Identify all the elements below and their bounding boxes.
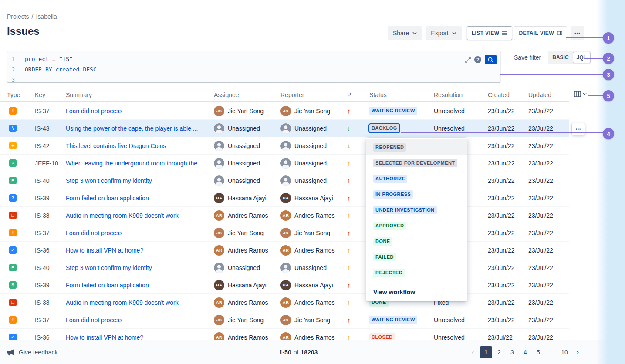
issue-row[interactable]: ✦IS-42This level contains five Dragon Co… [0, 137, 569, 155]
jql-editor[interactable]: 1 2 3 project = “IS” ORDER BY created DE… [7, 51, 501, 83]
issue-key: IS-39 [35, 195, 66, 202]
reporter-name: Jie Yan Song [294, 317, 330, 324]
person-silhouette-icon [280, 141, 291, 151]
issue-row[interactable]: +JEFF-10When leaving the underground roo… [0, 155, 569, 172]
status-lozenge[interactable]: BACKLOG [369, 124, 399, 132]
status-lozenge: SELECTED FOR DEVELOPMENT [373, 159, 457, 167]
issue-summary-link[interactable]: Using the power of the cape, the player … [66, 125, 214, 132]
created-date: 23/Jun/22 [488, 177, 528, 184]
jql-mode-button[interactable]: JQL [573, 52, 590, 63]
status-option[interactable]: REOPENED [366, 139, 467, 155]
issue-summary-link[interactable]: This level contains five Dragon Coins [66, 142, 214, 149]
breadcrumb-project-name[interactable]: Isabella [36, 13, 57, 20]
issue-type-task-icon: ✓ [9, 246, 17, 254]
breadcrumb-projects[interactable]: Projects [7, 13, 29, 20]
column-header-resolution[interactable]: Resolution [434, 91, 488, 98]
issue-summary-link[interactable]: Loan did not process [66, 108, 214, 115]
basic-mode-button[interactable]: BASIC [549, 52, 572, 63]
column-header-summary[interactable]: Summary [66, 91, 214, 98]
issue-row[interactable]: ⚑IS-40Step 3 won’t confirm my identityUn… [0, 172, 569, 189]
issue-row[interactable]: ✓IS-36How to install VPN at home?ARAndre… [0, 242, 569, 259]
status-option[interactable]: REJECTED [366, 265, 467, 280]
page-button[interactable]: 3 [506, 346, 518, 358]
issue-row[interactable]: ⚑IS-40Step 3 won’t confirm my identityUn… [0, 259, 569, 276]
issue-summary-link[interactable]: Step 3 won’t confirm my identity [66, 177, 214, 184]
issue-summary-link[interactable]: Audio in meeting room K909 doesn't work [66, 299, 214, 306]
column-header-assignee[interactable]: Assignee [214, 91, 280, 98]
issue-row[interactable]: □IS-38Audio in meeting room K909 doesn't… [0, 207, 569, 224]
page-button[interactable]: 2 [493, 346, 505, 358]
column-header-created[interactable]: Created [488, 91, 528, 98]
row-more-button[interactable]: ••• [572, 123, 585, 135]
view-workflow-button[interactable]: View workflow [366, 283, 467, 301]
issue-row[interactable]: !IS-37Loan did not processJSJie Yan Song… [0, 102, 569, 120]
page-button[interactable]: 1 [480, 346, 492, 358]
updated-date: 23/Jul/22 [528, 334, 569, 340]
column-header-updated[interactable]: Updated [528, 91, 569, 98]
page-button[interactable]: 4 [519, 346, 531, 358]
issue-key: IS-36 [35, 247, 66, 254]
export-button[interactable]: Export [426, 26, 461, 40]
column-header-type[interactable]: Type [7, 91, 35, 98]
status-option[interactable]: APPROVED [366, 218, 467, 233]
column-header-reporter[interactable]: Reporter [280, 91, 347, 98]
issue-summary-link[interactable]: Loan did not process [66, 317, 214, 324]
help-icon[interactable]: ? [474, 56, 481, 63]
status-option[interactable]: UNDER INVESTIGSTION [366, 202, 467, 218]
page-button[interactable]: 5 [532, 346, 544, 358]
column-header-status[interactable]: Status [369, 91, 434, 98]
expand-icon[interactable] [465, 57, 471, 63]
issue-summary-link[interactable]: When leaving the underground room throug… [66, 160, 214, 167]
status-option[interactable]: IN PROGRESS [366, 186, 467, 202]
reporter-name: Jie Yan Song [294, 229, 330, 236]
status-option[interactable]: FAILED [366, 249, 467, 265]
jql-line-number: 2 [12, 64, 20, 75]
issue-row[interactable]: □IS-38Audio in meeting room K909 doesn't… [0, 294, 569, 311]
save-filter-button[interactable]: Save filter [514, 54, 541, 61]
issue-summary-link[interactable]: Form failed on loan application [66, 195, 214, 202]
issue-key: IS-42 [35, 142, 66, 149]
next-page-button[interactable]: › [571, 346, 584, 358]
column-header-p[interactable]: P [347, 91, 369, 98]
issue-summary-link[interactable]: How to install VPN at home? [66, 247, 214, 254]
person-silhouette-icon [214, 263, 224, 273]
status-lozenge[interactable]: CLOSED [369, 333, 395, 340]
issue-key: IS-43 [35, 125, 66, 132]
issue-summary-link[interactable]: Audio in meeting room K909 doesn't work [66, 212, 214, 219]
issue-row[interactable]: !IS-37Loan did not processJSJie Yan Song… [0, 224, 569, 242]
issue-summary-link[interactable]: Loan did not process [66, 229, 214, 236]
annotation-line-5 [588, 95, 603, 96]
list-view-button[interactable]: LIST VIEW [467, 26, 513, 40]
jql-field-token: created [56, 64, 80, 75]
updated-date: 23/Jul/22 [528, 299, 569, 306]
page-button[interactable]: 10 [558, 346, 571, 358]
created-date: 23/Jun/22 [488, 317, 528, 324]
issue-key: IS-36 [35, 334, 66, 340]
issue-summary-link[interactable]: Form failed on loan application [66, 282, 214, 289]
columns-settings-button[interactable] [574, 91, 587, 97]
assignee-name: Unassigned [228, 264, 260, 271]
status-option[interactable]: SELECTED FOR DEVELOPMENT [366, 155, 467, 171]
issue-row[interactable]: ?IS-39Form failed on loan applicationHAH… [0, 189, 569, 207]
status-option[interactable]: DONE [366, 233, 467, 249]
issue-row[interactable]: $IS-39Form failed on loan applicationHAH… [0, 276, 569, 294]
status-lozenge[interactable]: WAITING REVIEW [369, 107, 417, 115]
issue-row[interactable]: ✓IS-36How to install VPN at home?ARAndre… [0, 329, 569, 340]
results-of: of [294, 349, 299, 356]
column-header-key[interactable]: Key [35, 91, 66, 98]
detail-view-button[interactable]: DETAIL VIEW [514, 26, 567, 40]
previous-page-button[interactable]: ‹ [467, 346, 479, 358]
annotation-line-1 [566, 37, 603, 38]
give-feedback-button[interactable]: Give feedback [7, 340, 58, 364]
status-option[interactable]: AUTHORIZE [366, 171, 467, 186]
status-lozenge[interactable]: WAITING REVIEW [369, 316, 417, 324]
issue-summary-link[interactable]: Step 3 won’t confirm my identity [66, 264, 214, 271]
updated-date: 23/Jul/22 [528, 317, 569, 324]
issue-row[interactable]: ϟIS-43Using the power of the cape, the p… [0, 120, 569, 137]
issue-row[interactable]: !IS-37Loan did not processJSJie Yan Song… [0, 311, 569, 329]
updated-date: 23/Jul/22 [528, 160, 569, 167]
share-button[interactable]: Share [388, 26, 422, 40]
search-button[interactable] [485, 55, 497, 64]
jql-line-number: 1 [12, 54, 20, 64]
issue-summary-link[interactable]: How to install VPN at home? [66, 334, 214, 340]
